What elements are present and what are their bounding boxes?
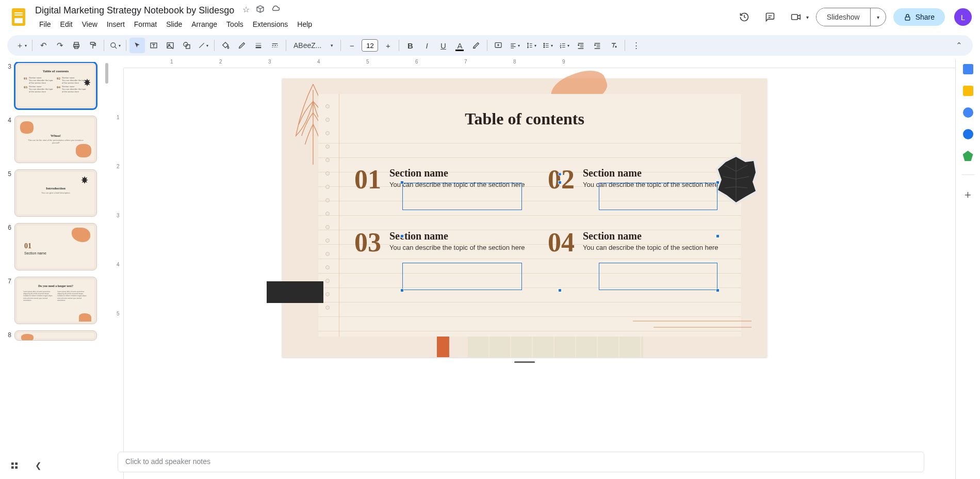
paint-format-button[interactable] <box>85 38 101 53</box>
collapse-filmstrip-button[interactable]: ❮ <box>31 458 45 473</box>
resize-handle-tl[interactable] <box>400 181 404 184</box>
toc-item-4[interactable]: 04 Section name You can describe the top… <box>548 229 726 256</box>
menu-file[interactable]: File <box>35 18 55 30</box>
bulleted-list-button[interactable] <box>540 38 556 53</box>
select-tool-button[interactable] <box>129 38 145 53</box>
grid-view-button[interactable] <box>7 458 22 473</box>
keep-icon[interactable] <box>963 86 973 96</box>
menu-slide[interactable]: Slide <box>162 18 186 30</box>
zoom-button[interactable] <box>107 38 123 53</box>
highlight-color-button[interactable] <box>468 38 484 53</box>
comments-icon[interactable] <box>761 8 779 26</box>
toc-item-1[interactable]: 01 Section name You can describe the top… <box>354 166 532 193</box>
document-title[interactable]: Digital Marketing Strategy Notebook by S… <box>32 4 237 17</box>
font-size-increase-button[interactable]: + <box>380 38 396 53</box>
font-size-decrease-button[interactable]: − <box>344 38 360 53</box>
menu-help[interactable]: Help <box>293 18 316 30</box>
font-size-input[interactable] <box>362 39 378 52</box>
thumb-number: 8 <box>4 330 11 339</box>
toc-section-name: Section name <box>583 167 726 179</box>
notes-resize-handle[interactable] <box>514 361 535 363</box>
underline-button[interactable]: U <box>435 38 451 53</box>
font-family-dropdown[interactable]: ABeeZ...▾ <box>289 38 337 53</box>
app-logo[interactable] <box>8 7 29 27</box>
resize-handle-bm[interactable] <box>558 289 562 292</box>
contacts-icon[interactable] <box>963 129 973 139</box>
textbox-button[interactable] <box>146 38 161 53</box>
redo-button[interactable]: ↷ <box>52 38 68 53</box>
right-sidebar: + <box>955 59 980 479</box>
slide-thumbnail-8[interactable] <box>14 330 97 341</box>
insert-comment-button[interactable] <box>491 38 506 53</box>
resize-handle-br[interactable] <box>716 289 720 292</box>
toc-description: You can describe the topic of the sectio… <box>583 243 726 252</box>
resize-handle-mr[interactable] <box>716 234 720 238</box>
maps-icon[interactable] <box>963 151 973 161</box>
star-icon[interactable]: ☆ <box>242 5 250 16</box>
collapse-toolbar-button[interactable]: ⌃ <box>951 38 967 53</box>
scrollbar-thumb[interactable] <box>105 63 108 84</box>
share-button[interactable]: Share <box>893 8 945 26</box>
menu-view[interactable]: View <box>78 18 102 30</box>
print-button[interactable] <box>69 38 84 53</box>
calendar-icon[interactable] <box>963 64 973 74</box>
border-dash-button[interactable] <box>267 38 283 53</box>
cloud-status-icon[interactable] <box>271 5 280 16</box>
toolbar: ＋ ↶ ↷ ABeeZ...▾ − + B I U A ⋮ ⌃ <box>7 35 973 56</box>
resize-handle-bl[interactable] <box>400 289 404 292</box>
rotate-handle[interactable] <box>558 172 562 176</box>
menu-arrange[interactable]: Arrange <box>187 18 221 30</box>
history-icon[interactable] <box>735 8 754 26</box>
fill-color-button[interactable] <box>218 38 233 53</box>
toc-item-2[interactable]: 02 Section name You can describe the top… <box>548 166 726 193</box>
slide-thumbnail-4[interactable]: Whoa! This can be the start of the prese… <box>14 116 97 163</box>
meet-icon[interactable] <box>787 8 805 26</box>
image-button[interactable] <box>162 38 178 53</box>
decrease-indent-button[interactable] <box>573 38 589 53</box>
slide-title[interactable]: Table of contents <box>282 109 767 129</box>
move-icon[interactable] <box>256 5 265 16</box>
menu-tools[interactable]: Tools <box>222 18 248 30</box>
meet-dropdown-icon[interactable]: ▾ <box>806 14 809 20</box>
toc-number: 02 <box>548 166 575 193</box>
shape-button[interactable] <box>179 38 194 53</box>
slide-thumbnail-5[interactable]: Introduction You can give a brief descri… <box>14 169 97 217</box>
undo-button[interactable]: ↶ <box>36 38 51 53</box>
horizontal-ruler[interactable]: 1 2 3 4 5 6 7 8 9 <box>124 59 955 68</box>
slideshow-button[interactable]: Slideshow <box>816 8 870 26</box>
menu-extensions[interactable]: Extensions <box>249 18 292 30</box>
thumb-number: 6 <box>4 223 11 231</box>
menu-format[interactable]: Format <box>130 18 161 30</box>
bold-button[interactable]: B <box>402 38 418 53</box>
toc-grid: 01 Section name You can describe the top… <box>354 166 726 256</box>
slideshow-dropdown-icon[interactable]: ▾ <box>870 8 886 26</box>
resize-handle-tm[interactable] <box>558 181 562 184</box>
add-addon-button[interactable]: + <box>965 188 971 202</box>
toc-section-name: Section name <box>389 167 532 179</box>
slide-canvas[interactable]: Table of contents 01 Section name You ca… <box>282 78 767 357</box>
slide-thumbnail-6[interactable]: 01 Section name <box>14 223 97 270</box>
clear-formatting-button[interactable] <box>606 38 622 53</box>
menu-edit[interactable]: Edit <box>56 18 77 30</box>
line-spacing-button[interactable] <box>524 38 539 53</box>
border-weight-button[interactable] <box>251 38 266 53</box>
toc-number: 03 <box>354 229 381 256</box>
resize-handle-tr[interactable] <box>716 181 720 184</box>
line-button[interactable] <box>195 38 211 53</box>
toc-item-3[interactable]: 03 Section name You can describe the top… <box>354 229 532 256</box>
tasks-icon[interactable] <box>963 107 973 118</box>
speaker-notes-input[interactable]: Click to add speaker notes <box>118 452 924 472</box>
resize-handle-ml[interactable] <box>400 234 404 238</box>
italic-button[interactable]: I <box>419 38 434 53</box>
new-slide-button[interactable]: ＋ <box>13 38 29 53</box>
more-options-button[interactable]: ⋮ <box>628 38 644 53</box>
menu-insert[interactable]: Insert <box>103 18 129 30</box>
account-avatar[interactable]: L <box>954 8 972 26</box>
text-color-button[interactable]: A <box>452 38 467 53</box>
increase-indent-button[interactable] <box>590 38 605 53</box>
numbered-list-button[interactable] <box>557 38 572 53</box>
slide-thumbnail-3[interactable]: Table of contents 01Section nameYou can … <box>14 62 97 109</box>
border-color-button[interactable] <box>234 38 250 53</box>
slide-thumbnail-7[interactable]: Do you need a longer text? Lorem ipsum d… <box>14 277 97 324</box>
align-button[interactable] <box>507 38 522 53</box>
